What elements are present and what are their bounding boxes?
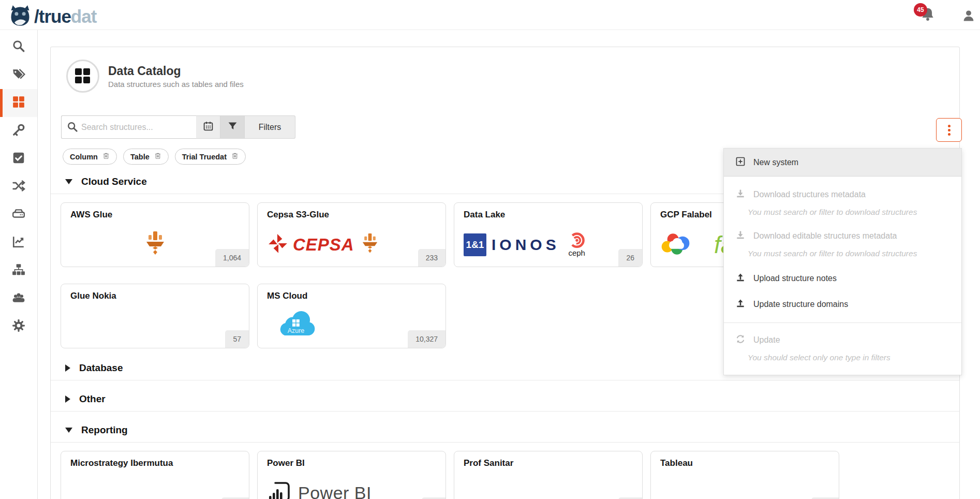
search-toolbar: Filters bbox=[61, 115, 959, 139]
sidebar-item-dashboards[interactable] bbox=[0, 229, 37, 257]
structure-count-badge: 57 bbox=[225, 330, 249, 348]
delete-chip-icon[interactable] bbox=[102, 152, 110, 162]
sidebar-item-permissions[interactable] bbox=[0, 117, 37, 145]
aws-glue-logo-icon bbox=[143, 231, 168, 259]
catalog-grid-icon bbox=[75, 68, 91, 84]
section-header-reporting[interactable]: Reporting bbox=[65, 424, 959, 436]
refresh-icon bbox=[735, 334, 746, 346]
download-icon bbox=[735, 230, 746, 242]
filters-button-label: Filters bbox=[259, 123, 281, 132]
structure-count-badge: 233 bbox=[418, 249, 446, 267]
menu-item-upload-structure-notes[interactable]: Upload structure notes bbox=[724, 272, 961, 285]
filter-toggle-button[interactable] bbox=[220, 115, 245, 139]
upload-icon bbox=[735, 298, 746, 311]
power-bi-logo-text: Power BI bbox=[298, 483, 372, 499]
delete-chip-icon[interactable] bbox=[231, 152, 239, 162]
brand-name: /truedat bbox=[34, 5, 96, 28]
aws-glue-logo-icon bbox=[360, 233, 380, 257]
grid-icon bbox=[12, 95, 25, 111]
system-card-cepsa-s3-glue[interactable]: Cepsa S3-Glue bbox=[257, 202, 446, 267]
sidebar-item-settings[interactable] bbox=[0, 313, 37, 341]
funnel-icon bbox=[227, 121, 238, 134]
kebab-icon bbox=[948, 125, 951, 127]
notification-count-badge: 45 bbox=[914, 3, 927, 17]
menu-note: You should select only one type in filte… bbox=[724, 353, 961, 362]
system-card-glue-nokia[interactable]: Glue Nokia 57 bbox=[61, 284, 249, 348]
system-card-data-lake[interactable]: Data Lake 1&1 IONOS ceph bbox=[454, 202, 643, 267]
notifications-button[interactable]: 45 bbox=[920, 6, 941, 27]
main-sidebar bbox=[0, 30, 38, 499]
caret-right-icon bbox=[65, 395, 70, 403]
azure-cloud-logo-icon: Azure bbox=[273, 311, 319, 342]
caret-down-icon bbox=[65, 179, 72, 184]
sidebar-item-lineage[interactable] bbox=[0, 173, 37, 201]
search-input[interactable] bbox=[61, 115, 196, 139]
date-filter-button[interactable] bbox=[196, 115, 220, 139]
sidebar-item-users[interactable] bbox=[0, 285, 37, 313]
system-card-tableau[interactable]: Tableau 334 bbox=[650, 451, 839, 499]
sidebar-item-data-catalog[interactable] bbox=[0, 89, 37, 117]
system-card-power-bi[interactable]: Power BI bbox=[257, 451, 446, 499]
sidebar-item-taxonomy[interactable] bbox=[0, 257, 37, 285]
sidebar-item-search[interactable] bbox=[0, 33, 37, 61]
user-menu-button[interactable] bbox=[961, 8, 976, 23]
key-icon bbox=[12, 123, 25, 139]
shuffle-icon bbox=[12, 179, 25, 195]
menu-item-download-structures-metadata: Download structures metadata bbox=[724, 188, 961, 201]
menu-note: You must search or filter to download st… bbox=[724, 249, 961, 258]
google-cloud-logo-icon bbox=[660, 232, 690, 258]
system-card-microstrategy-ibermutua[interactable]: Microstrategy Ibermutua 371 bbox=[61, 451, 249, 499]
gear-icon bbox=[12, 319, 25, 334]
filters-button[interactable]: Filters bbox=[245, 115, 295, 139]
upload-icon bbox=[735, 272, 746, 285]
structure-count-badge: 1,064 bbox=[215, 249, 249, 267]
data-catalog-panel: Data Catalog Data structures such as tab… bbox=[50, 47, 960, 499]
azure-logo-text: Azure bbox=[288, 327, 305, 334]
chart-line-icon bbox=[12, 235, 25, 251]
calendar-icon bbox=[203, 121, 214, 134]
page-title: Data Catalog bbox=[108, 64, 244, 78]
menu-item-download-editable-structures-metadata: Download editable structures metadata bbox=[724, 229, 961, 243]
page-header: Data Catalog Data structures such as tab… bbox=[66, 60, 959, 93]
section-header-other[interactable]: Other bbox=[65, 393, 959, 405]
menu-item-new-system[interactable]: New system bbox=[724, 149, 961, 177]
system-card-aws-glue[interactable]: AWS Glue 1 bbox=[61, 202, 249, 267]
one-and-one-logo: 1&1 bbox=[464, 233, 486, 256]
ceph-logo-icon: ceph bbox=[567, 232, 587, 257]
check-square-icon bbox=[12, 151, 25, 167]
plus-square-icon bbox=[735, 156, 746, 169]
system-card-prof-sanitar[interactable]: Prof Sanitar 31 bbox=[454, 451, 643, 499]
section-other: Other bbox=[51, 393, 959, 412]
caret-right-icon bbox=[65, 364, 70, 372]
sidebar-item-systems[interactable] bbox=[0, 201, 37, 229]
page-subtitle: Data structures such as tables and files bbox=[108, 80, 244, 89]
owl-logo-icon bbox=[8, 4, 32, 30]
filter-chip-trial-truedat[interactable]: Trial Truedat bbox=[175, 149, 246, 165]
tags-icon bbox=[12, 67, 25, 83]
search-icon bbox=[67, 121, 78, 133]
app-header: /truedat 45 bbox=[0, 0, 980, 30]
structure-count-badge: 26 bbox=[618, 249, 642, 267]
section-reporting: Reporting Microstrategy Ibermutua 371 Po… bbox=[51, 424, 959, 499]
menu-item-update-structure-domains[interactable]: Update structure domains bbox=[724, 298, 961, 311]
ionos-logo-text: IONOS bbox=[492, 236, 560, 254]
truedat-logo[interactable]: /truedat bbox=[8, 4, 96, 30]
sitemap-icon bbox=[12, 263, 25, 278]
system-card-ms-cloud[interactable]: MS Cloud Azure bbox=[257, 284, 446, 348]
delete-chip-icon[interactable] bbox=[154, 152, 161, 162]
filter-chip-table[interactable]: Table bbox=[123, 149, 169, 165]
actions-dropdown-menu: New system Download structures metadata … bbox=[723, 148, 962, 375]
sidebar-item-tags[interactable] bbox=[0, 61, 37, 89]
power-bi-logo-icon bbox=[267, 480, 291, 499]
cepsa-logo-icon bbox=[267, 233, 289, 257]
structure-count-badge: 10,327 bbox=[408, 330, 446, 348]
users-icon bbox=[12, 291, 25, 306]
sidebar-item-quality[interactable] bbox=[0, 145, 37, 173]
hard-drive-icon bbox=[12, 207, 25, 223]
user-icon bbox=[961, 16, 976, 24]
filter-chip-column[interactable]: Column bbox=[63, 149, 117, 165]
menu-item-update: Update bbox=[724, 333, 961, 347]
download-icon bbox=[735, 188, 746, 201]
actions-menu-button[interactable] bbox=[936, 118, 962, 142]
caret-down-icon bbox=[65, 428, 72, 433]
